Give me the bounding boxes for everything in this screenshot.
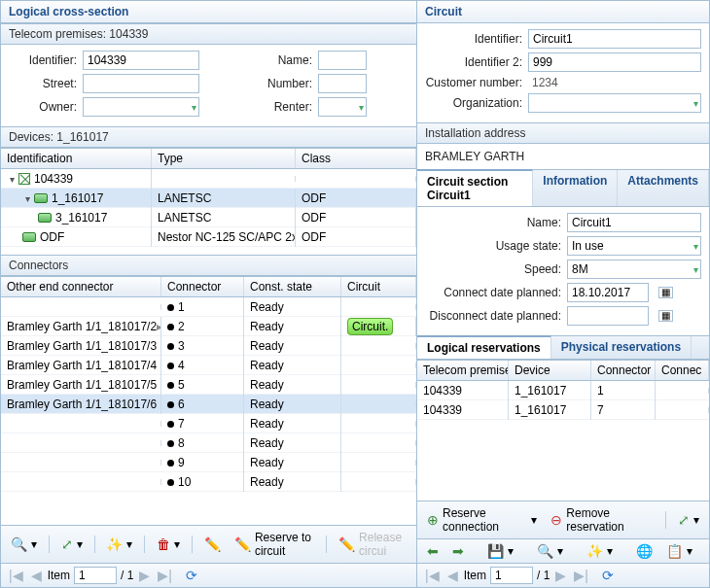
- chevron-down-icon: ▾: [192, 102, 196, 113]
- pager-last[interactable]: ▶|: [572, 568, 590, 583]
- arrow-right-icon: ➡: [452, 544, 464, 558]
- expand-toggle-icon[interactable]: ▾: [22, 194, 32, 204]
- identifier-input[interactable]: [83, 51, 199, 70]
- chevron-down-icon: ▾: [359, 102, 364, 113]
- edit-button[interactable]: ✏️: [200, 536, 225, 553]
- sheet-button[interactable]: 📋▾: [662, 542, 696, 560]
- calendar-button[interactable]: ▦: [655, 285, 677, 300]
- install-value: BRAMLEY GARTH: [417, 144, 709, 169]
- sec-usage-select[interactable]: In use▾: [567, 236, 701, 256]
- reservation-row[interactable]: 1043391_1610171: [417, 381, 709, 400]
- pencil-icon: ✏️: [204, 537, 221, 551]
- expand-toggle-icon[interactable]: ▾: [7, 175, 17, 185]
- pager-item-label: Item: [48, 569, 70, 582]
- wand-button[interactable]: ✨▾: [583, 542, 617, 560]
- connector-dot-icon: [167, 440, 174, 447]
- globe-icon: 🌐: [636, 544, 653, 558]
- pencil-icon: ✏️: [338, 537, 355, 551]
- expand-icon: ⤢: [678, 513, 690, 527]
- sec-disconnect-input[interactable]: [567, 306, 649, 326]
- pager-item-input[interactable]: [490, 567, 533, 584]
- street-input[interactable]: [83, 74, 199, 93]
- owner-select[interactable]: ▾: [83, 97, 199, 117]
- sec-speed-select[interactable]: 8M▾: [567, 259, 701, 279]
- refresh-button[interactable]: ⟳: [598, 567, 618, 584]
- refresh-icon: ⟳: [602, 569, 614, 582]
- calendar-button[interactable]: ▦: [655, 308, 677, 324]
- connector-row[interactable]: 10Ready: [1, 472, 416, 492]
- nav-next-button[interactable]: ➡: [448, 542, 468, 560]
- sec-name-input[interactable]: [567, 213, 701, 232]
- fit-button[interactable]: ⤢▾: [57, 536, 87, 553]
- number-label: Number:: [264, 77, 312, 90]
- trash-icon: 🗑: [157, 537, 170, 551]
- pager-next[interactable]: ▶: [137, 568, 152, 583]
- tab-physical-reservations[interactable]: Physical reservations: [551, 336, 692, 359]
- connector-row[interactable]: 9Ready: [1, 453, 416, 472]
- connector-grid-header: Other end connector Connector Const. sta…: [1, 276, 416, 297]
- reserve-button[interactable]: ✏️Reserve to circuit: [231, 529, 318, 560]
- pager-prev[interactable]: ◀: [29, 568, 44, 583]
- reservation-row[interactable]: 1043391_1610177: [417, 400, 709, 420]
- pager-prev[interactable]: ◀: [445, 568, 460, 583]
- pager-last[interactable]: ▶|: [156, 568, 174, 583]
- pager-next[interactable]: ▶: [553, 568, 568, 583]
- save-button[interactable]: 💾▾: [483, 542, 517, 560]
- premises-section: Telecom premises: 104339: [1, 23, 416, 45]
- device-tree-row[interactable]: ▾104339: [1, 169, 416, 189]
- connector-dot-icon: [167, 324, 174, 330]
- wand-button[interactable]: ✨▾: [102, 536, 136, 553]
- sec-connect-input[interactable]: [567, 283, 649, 302]
- name-label: Name:: [264, 53, 312, 67]
- connector-row[interactable]: Bramley Garth 1/1_181017/66Ready: [1, 395, 416, 414]
- connector-dot-icon: [167, 460, 174, 467]
- expand-icon: ⤢: [61, 537, 73, 551]
- connector-dot-icon: [167, 382, 174, 389]
- connector-row[interactable]: Bramley Garth 1/1_181017/55Ready: [1, 375, 416, 395]
- device-icon: [38, 213, 52, 223]
- connector-row[interactable]: Bramley Garth 1/1_181017/33Ready: [1, 336, 416, 356]
- connector-row[interactable]: 1Ready: [1, 297, 416, 317]
- renter-select[interactable]: ▾: [318, 97, 367, 117]
- nav-prev-button[interactable]: ⬅: [423, 542, 443, 560]
- reservation-grid[interactable]: 1043391_16101711043391_1610177: [417, 381, 709, 501]
- zoom-icon: 🔍: [537, 544, 553, 558]
- expand-button[interactable]: ⤢▾: [674, 511, 703, 529]
- connector-row[interactable]: 7Ready: [1, 414, 416, 433]
- panel-title-right: Circuit: [417, 1, 709, 23]
- connector-row[interactable]: Bramley Garth 1/1_181017/2▸2ReadyCircuit…: [1, 317, 416, 336]
- minus-icon: ⊖: [550, 513, 562, 527]
- tab-logical-reservations[interactable]: Logical reservations: [417, 335, 551, 359]
- device-tree-row[interactable]: ▾1_161017LANETSCODF: [1, 189, 416, 208]
- reserve-connection-button[interactable]: ⊕Reserve connection▾: [423, 504, 541, 536]
- number-input[interactable]: [318, 74, 367, 93]
- connector-dot-icon: [167, 343, 174, 350]
- connector-grid[interactable]: 1ReadyBramley Garth 1/1_181017/2▸2ReadyC…: [1, 297, 416, 525]
- tab-circuit-section[interactable]: Circuit section Circuit1: [417, 169, 533, 206]
- r-org-select[interactable]: ▾: [528, 93, 701, 113]
- r-identifier2-input[interactable]: [528, 52, 701, 72]
- devices-section: Devices: 1_161017: [1, 126, 416, 148]
- device-tree[interactable]: ▾104339▾1_161017LANETSCODF3_161017LANETS…: [1, 169, 416, 249]
- globe-button[interactable]: 🌐: [632, 542, 657, 560]
- r-customer-value: 1234: [528, 76, 558, 89]
- connectors-section: Connectors: [1, 255, 416, 276]
- tab-attachments[interactable]: Attachments: [618, 170, 709, 206]
- zoom-in-button[interactable]: 🔍▾: [7, 536, 41, 553]
- zoom-button[interactable]: 🔍▾: [533, 542, 567, 560]
- delete-button[interactable]: 🗑▾: [153, 536, 184, 553]
- renter-label: Renter:: [264, 100, 312, 114]
- device-tree-row[interactable]: ODFNestor NC-125 SC/APC 2x...ODF: [1, 227, 416, 247]
- refresh-button[interactable]: ⟳: [182, 567, 201, 584]
- name-input[interactable]: [318, 51, 367, 70]
- connector-row[interactable]: 8Ready: [1, 433, 416, 453]
- pager-first[interactable]: |◀: [423, 568, 442, 583]
- connector-row[interactable]: Bramley Garth 1/1_181017/44Ready: [1, 356, 416, 375]
- pager-item-input[interactable]: [74, 567, 117, 584]
- r-identifier-input[interactable]: [528, 29, 701, 49]
- tab-information[interactable]: Information: [533, 170, 618, 206]
- reservation-tabs: Logical reservations Physical reservatio…: [417, 335, 709, 360]
- device-tree-row[interactable]: 3_161017LANETSCODF: [1, 208, 416, 227]
- remove-reservation-button[interactable]: ⊖Remove reservation: [547, 504, 657, 536]
- pager-first[interactable]: |◀: [7, 568, 25, 583]
